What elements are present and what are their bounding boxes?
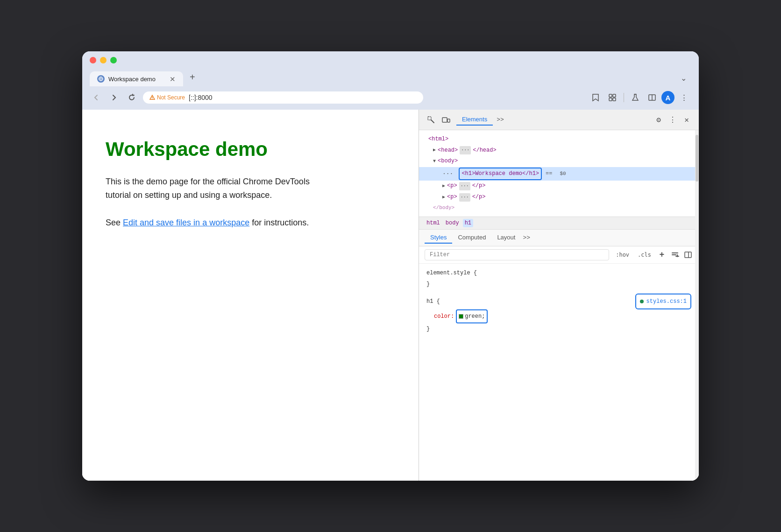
extensions-button[interactable] bbox=[605, 90, 620, 105]
svg-rect-16 bbox=[672, 252, 678, 253]
devtools-breadcrumb: html body h1 bbox=[419, 217, 699, 230]
dom-tree: <html> ▶ <head> ··· </head> ▼ <body> bbox=[419, 130, 699, 217]
devtools-close-button[interactable]: ✕ bbox=[680, 113, 693, 126]
dom-line-body[interactable]: ▼ <body> bbox=[419, 156, 699, 167]
url-bar[interactable]: Not Secure [::]:8000 bbox=[143, 91, 423, 104]
styles-filter-tools: :hov .cls + bbox=[613, 250, 693, 260]
tab-menu-button[interactable]: ⌄ bbox=[676, 70, 691, 86]
devtools-panel: Elements >> ⚙ ⋮ ✕ <html> ▶ < bbox=[419, 110, 699, 481]
svg-rect-17 bbox=[672, 254, 676, 255]
tab-title: Workspace demo bbox=[108, 76, 166, 83]
dom-line-body-close: </body> bbox=[419, 203, 699, 213]
breadcrumb-body[interactable]: body bbox=[444, 219, 461, 227]
color-swatch-green[interactable] bbox=[459, 314, 463, 319]
svg-point-4 bbox=[152, 98, 153, 99]
tab-styles[interactable]: Styles bbox=[425, 232, 452, 244]
forward-button[interactable] bbox=[107, 91, 121, 104]
devtools-more-tabs[interactable]: >> bbox=[493, 114, 508, 125]
address-bar: Not Secure [::]:8000 A ⋮ bbox=[82, 86, 699, 110]
page-heading: Workspace demo bbox=[106, 138, 395, 161]
tab-computed[interactable]: Computed bbox=[452, 232, 491, 244]
add-style-button[interactable]: + bbox=[657, 250, 667, 260]
devtools-scrollbar[interactable] bbox=[695, 130, 699, 481]
browser-tab[interactable]: Workspace demo ✕ bbox=[90, 71, 183, 86]
tabs-row: Workspace demo ✕ + ⌄ bbox=[90, 68, 691, 86]
browser-window: Workspace demo ✕ + ⌄ Not Secure [::]:800… bbox=[82, 51, 699, 481]
svg-line-13 bbox=[431, 120, 434, 123]
breadcrumb-h1[interactable]: h1 bbox=[463, 219, 473, 227]
dom-line-head[interactable]: ▶ <head> ··· </head> bbox=[419, 145, 699, 156]
back-button[interactable] bbox=[90, 91, 103, 104]
css-rule-element-style: element.style { } bbox=[426, 267, 691, 290]
title-bar: Workspace demo ✕ + ⌄ bbox=[82, 51, 699, 86]
new-style-rule-button[interactable] bbox=[670, 250, 680, 260]
css-rules: element.style { } h1 { bbox=[419, 264, 699, 481]
tab-favicon bbox=[97, 75, 105, 83]
device-emulation-button[interactable] bbox=[440, 113, 453, 126]
dom-ellipsis[interactable]: ··· bbox=[442, 168, 453, 179]
breadcrumb-html[interactable]: html bbox=[425, 219, 442, 227]
tab-elements[interactable]: Elements bbox=[456, 114, 493, 126]
security-indicator: Not Secure bbox=[149, 94, 185, 101]
toggle-sidebar-button[interactable] bbox=[683, 250, 693, 260]
svg-rect-20 bbox=[685, 252, 691, 258]
cls-filter-button[interactable]: .cls bbox=[635, 251, 654, 259]
dom-line-html: <html> bbox=[419, 134, 699, 145]
minimize-button[interactable] bbox=[100, 57, 106, 63]
svg-rect-8 bbox=[613, 98, 616, 101]
dom-line-h1[interactable]: ··· <h1>Workspace demo</h1> == $0 bbox=[419, 167, 699, 181]
styles-tabs: Styles Computed Layout >> bbox=[419, 230, 699, 246]
toolbar-divider bbox=[624, 93, 624, 102]
svg-rect-12 bbox=[428, 117, 431, 120]
devtools-more-button[interactable]: ⋮ bbox=[666, 113, 679, 126]
dom-line-p1[interactable]: ▶ <p> ··· </p> bbox=[419, 181, 699, 192]
devtools-tool-right: ⚙ ⋮ ✕ bbox=[652, 113, 693, 126]
svg-rect-7 bbox=[609, 98, 612, 101]
svg-rect-19 bbox=[675, 256, 679, 257]
inspect-element-button[interactable] bbox=[425, 113, 438, 126]
devtools-toolbar: Elements >> ⚙ ⋮ ✕ bbox=[419, 110, 699, 130]
devtools-content: <html> ▶ <head> ··· </head> ▼ <body> bbox=[419, 130, 699, 481]
scrollbar-thumb[interactable] bbox=[696, 135, 698, 182]
dom-line-p2[interactable]: ▶ <p> ··· </p> bbox=[419, 192, 699, 203]
profile-button[interactable]: A bbox=[661, 91, 674, 104]
styles-filter-row: :hov .cls + bbox=[419, 246, 699, 264]
page-paragraph-2: See Edit and save files in a workspace f… bbox=[106, 216, 330, 230]
split-screen-button[interactable] bbox=[645, 90, 660, 105]
styles-filter-input[interactable] bbox=[425, 249, 609, 260]
browser-menu-button[interactable]: ⋮ bbox=[676, 90, 691, 105]
css-value-green-highlight: green; bbox=[456, 309, 488, 323]
svg-rect-5 bbox=[609, 94, 612, 97]
lab-button[interactable] bbox=[628, 90, 643, 105]
new-tab-button[interactable]: + bbox=[183, 68, 202, 86]
svg-rect-15 bbox=[447, 119, 450, 122]
main-area: Workspace demo This is the demo page for… bbox=[82, 110, 699, 481]
close-button[interactable] bbox=[90, 57, 96, 63]
tab-layout[interactable]: Layout bbox=[491, 232, 521, 244]
devtools-tabs: Elements >> bbox=[456, 114, 650, 126]
dom-h1-highlight: <h1>Workspace demo</h1> bbox=[459, 168, 542, 181]
css-rule-h1: h1 { styles.css:1 color: gree bbox=[426, 294, 691, 335]
workspace-link[interactable]: Edit and save files in a workspace bbox=[123, 218, 249, 227]
hover-filter-button[interactable]: :hov bbox=[613, 251, 632, 259]
maximize-button[interactable] bbox=[110, 57, 117, 63]
styles-more-tabs[interactable]: >> bbox=[523, 234, 530, 241]
page-paragraph-1: This is the demo page for the official C… bbox=[106, 175, 330, 202]
bookmark-button[interactable] bbox=[588, 90, 603, 105]
url-text: [::]:8000 bbox=[189, 94, 213, 101]
traffic-lights-row bbox=[90, 57, 691, 63]
tab-close-button[interactable]: ✕ bbox=[170, 76, 176, 83]
svg-rect-14 bbox=[442, 118, 447, 122]
reload-button[interactable] bbox=[125, 91, 138, 104]
page-content: Workspace demo This is the demo page for… bbox=[82, 110, 419, 481]
styles-panel: Styles Computed Layout >> :hov .cls + bbox=[419, 230, 699, 481]
svg-rect-6 bbox=[613, 94, 616, 97]
devtools-settings-button[interactable]: ⚙ bbox=[652, 113, 665, 126]
css-source-dot bbox=[640, 300, 644, 303]
css-source-link[interactable]: styles.css:1 bbox=[635, 294, 691, 309]
toolbar-icons: A ⋮ bbox=[588, 90, 691, 105]
